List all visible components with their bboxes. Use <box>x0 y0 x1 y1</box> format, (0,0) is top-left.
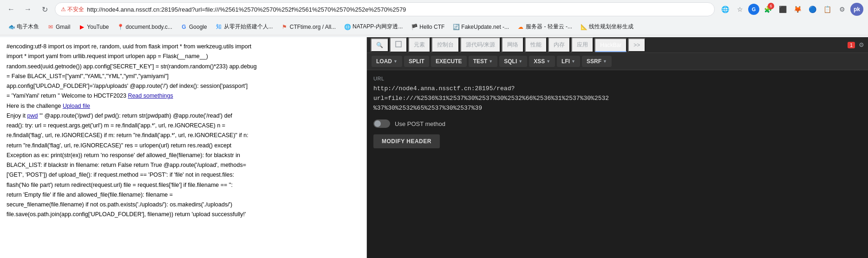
test-button[interactable]: TEST ▼ <box>469 56 498 67</box>
code-text-6a: = 'YamiYami' return '' Welcome to HDCTF2… <box>7 93 126 99</box>
bookmark-google[interactable]: G Google <box>177 22 211 32</box>
settings-icon[interactable]: ⚙ <box>859 41 864 48</box>
code-line-8: Enjoy it pwd ''' @app.route('/pwd') def … <box>7 111 360 121</box>
security-warning: ⚠ 不安全 <box>61 6 84 13</box>
bookmark-linear[interactable]: 📐 线性规划坐标生成 <box>577 21 637 33</box>
ext-icon-1[interactable]: ⬛ <box>776 3 789 16</box>
tab-inspect[interactable]: 🔍 <box>371 38 389 52</box>
ext-icon-5[interactable]: ⚙ <box>835 3 848 16</box>
code-line-18: secure_filename(file.filename) if not os… <box>7 200 360 210</box>
bookmark-ctftime[interactable]: ⚑ CTFtime.org / All... <box>278 22 339 32</box>
devtools-tabs: 🔍 元素 控制台 源代码/来源 网络 性能 内存 应用 HackBar >> 1… <box>367 37 868 53</box>
tab-performance[interactable]: 性能 <box>525 37 547 53</box>
url-section: URL http://node4.anna.nssctf.cn:28195/re… <box>373 76 861 113</box>
hackbar-body: URL http://node4.anna.nssctf.cn:28195/re… <box>367 70 868 258</box>
bookmark-label: YouTube <box>87 24 109 30</box>
forward-button[interactable]: → <box>21 3 34 16</box>
url-label: URL <box>373 76 861 81</box>
post-method-toggle[interactable] <box>373 119 390 128</box>
extension-badge-container: 🧩 6 <box>761 3 774 16</box>
test-arrow: ▼ <box>489 59 493 64</box>
tab-network[interactable]: 网络 <box>502 37 524 53</box>
code-line-3: random.seed(uuid.getnode()) app.config['… <box>7 62 360 72</box>
refresh-button[interactable]: ↻ <box>38 3 51 16</box>
ctftime-icon: ⚑ <box>281 24 288 30</box>
bookmark-natapp[interactable]: 🌐 NATAPP-内网穿透... <box>340 21 406 33</box>
bookmark-label: 电子木鱼 <box>17 23 39 31</box>
bookmark-label: NATAPP-内网穿透... <box>352 23 403 31</box>
read-somethings-link[interactable]: Read somethings <box>128 93 173 99</box>
ext-icon-4[interactable]: 📋 <box>821 3 834 16</box>
nav-icons: 🌐 ☆ G 🧩 6 ⬛ 🦊 🔵 📋 ⚙ pk <box>718 3 863 16</box>
bookmark-dianzimuyu[interactable]: 🐟 电子木鱼 <box>5 21 43 33</box>
code-line-13: Exception as ex: print(str(ex)) return '… <box>7 151 360 160</box>
code-panel: #encoding:utf-8 import os import re, ran… <box>0 37 367 258</box>
bookmark-server[interactable]: ☁ 服务器 - 轻量云 -... <box>514 21 576 33</box>
url-value: http://node4.anna.nssctf.cn:28195/read? … <box>373 84 861 113</box>
bookmark-label: Hello CTF <box>419 24 444 30</box>
post-method-row: Use POST method <box>373 119 861 128</box>
tab-hackbar[interactable]: HackBar <box>594 38 627 52</box>
bookmark-label: FakeUpdate.net -... <box>461 24 509 30</box>
current-url: http://node4.anna.nssctf.cn:28195/read?u… <box>87 6 709 13</box>
fakeupdate-icon: 🔄 <box>453 24 459 30</box>
youtube-icon: ▶ <box>78 24 85 30</box>
ext-icon-2[interactable]: 🦊 <box>791 3 804 16</box>
bookmark-youtube[interactable]: ▶ YouTube <box>75 22 112 32</box>
bookmark-gmail[interactable]: ✉ Gmail <box>44 22 74 32</box>
linear-icon: 📐 <box>581 24 587 30</box>
devtools-panel: 🔍 元素 控制台 源代码/来源 网络 性能 内存 应用 HackBar >> 1… <box>367 37 868 258</box>
xss-button[interactable]: XSS ▼ <box>529 56 555 67</box>
bookmark-star-icon[interactable]: ☆ <box>733 3 746 16</box>
tab-console[interactable]: 控制台 <box>431 37 459 53</box>
server-icon: ☁ <box>517 24 524 30</box>
pwd-link[interactable]: pwd <box>27 112 38 119</box>
helloctf-icon: 🏴 <box>411 24 418 30</box>
xss-arrow: ▼ <box>546 59 550 64</box>
profile-avatar[interactable]: pk <box>850 3 863 16</box>
bookmarks-bar: 🐟 电子木鱼 ✉ Gmail ▶ YouTube 📍 document.body… <box>0 19 868 35</box>
bookmark-fakeupdate[interactable]: 🔄 FakeUpdate.net -... <box>449 22 513 32</box>
modify-header-button[interactable]: MODIFY HEADER <box>373 134 440 148</box>
tab-cursor[interactable] <box>390 37 407 53</box>
tab-sources[interactable]: 源代码/来源 <box>460 37 501 53</box>
extension-badge: 6 <box>768 3 774 9</box>
tab-application[interactable]: 应用 <box>571 37 594 53</box>
code-line-12: return "re.findall('flag', url, re.IGNOR… <box>7 141 360 151</box>
bookmark-document[interactable]: 📍 document.body.c... <box>114 22 176 32</box>
back-button[interactable]: ← <box>5 3 18 16</box>
code-line-4: = False BLACK_LIST=["yaml","YAML","YML",… <box>7 72 360 81</box>
tab-more[interactable]: >> <box>628 38 646 52</box>
bookmark-label: 服务器 - 轻量云 -... <box>526 23 572 31</box>
load-arrow: ▼ <box>393 59 398 64</box>
code-line-14: BLACK_LIST: if blackstr in filename: ret… <box>7 160 360 170</box>
upload-file-link[interactable]: Upload file <box>63 103 90 109</box>
code-line-11: re.findall('flag', url, re.IGNORECASE) i… <box>7 131 360 140</box>
devtools-tab-icons: 1 ⚙ <box>848 41 864 48</box>
split-button[interactable]: SPLIT <box>404 56 429 67</box>
code-line-2: import * import yaml from urllib.request… <box>7 52 360 61</box>
translate-icon[interactable]: 🌐 <box>718 3 731 16</box>
zhihu-icon: 知 <box>215 24 222 30</box>
execute-button[interactable]: EXECUTE <box>431 56 467 67</box>
ssrf-button[interactable]: SSRF ▼ <box>582 56 612 67</box>
code-line-15: ['GET', 'POST']) def upload_file(): if r… <box>7 170 360 180</box>
lfi-button[interactable]: LFI ▼ <box>557 56 580 67</box>
address-bar[interactable]: ⚠ 不安全 http://node4.anna.nssctf.cn:28195/… <box>55 2 715 16</box>
bookmark-label: document.body.c... <box>126 24 173 30</box>
url-line-1: http://node4.anna.nssctf.cn:28195/read? <box>373 85 515 92</box>
bookmark-zhihu[interactable]: 知 从零开始搭建个人... <box>212 21 277 33</box>
tab-elements[interactable]: 元素 <box>408 37 431 53</box>
ext-icon-3[interactable]: 🔵 <box>806 3 819 16</box>
bookmark-helloctf[interactable]: 🏴 Hello CTF <box>407 22 448 32</box>
sqli-button[interactable]: SQLI ▼ <box>499 56 527 67</box>
load-button[interactable]: LOAD ▼ <box>372 56 402 67</box>
code-text-7: Here is the challenge <box>7 103 61 109</box>
code-line-17: return 'Empty file' if file and allowed_… <box>7 190 360 200</box>
lfi-arrow: ▼ <box>571 59 575 64</box>
profile-circle-1[interactable]: G <box>748 4 759 15</box>
bookmark-label: Google <box>189 24 207 30</box>
code-line-1: #encoding:utf-8 import os import re, ran… <box>7 42 360 52</box>
notification-badge: 1 <box>848 42 855 48</box>
tab-memory[interactable]: 内存 <box>548 37 570 53</box>
